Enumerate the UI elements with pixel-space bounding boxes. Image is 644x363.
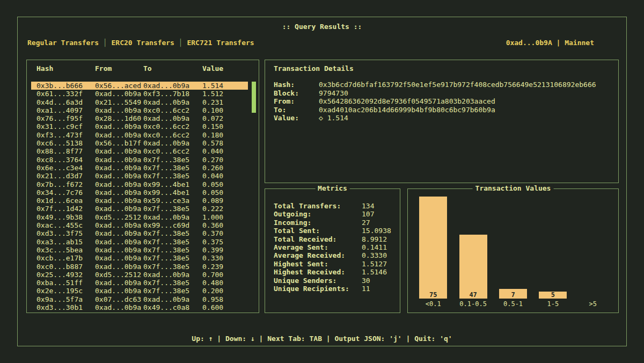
table-row[interactable]: 0xd3...3f750xad...0b9a0x7f...38e50.370 [31, 229, 248, 237]
chart-bar: 7 [499, 289, 527, 299]
table-cell: 0x28...1d60 [95, 114, 143, 122]
details-fields: Hash:0x3b6cd7d6bfaf163792f50e1ef5e917b97… [274, 81, 614, 122]
table-row[interactable]: 0x7f...1d420xad...0b9a0x7f...38e50.222 [31, 205, 248, 213]
bar-area [573, 195, 613, 299]
table-cell: 0xc8...3764 [36, 156, 95, 164]
metric-row: Highest Received:1.5146 [274, 268, 396, 276]
detail-value: 9794730 [319, 89, 348, 97]
chart-bar: 5 [539, 292, 567, 299]
keybind-footer: Up: ↑ | Down: ↓ | Next Tab: TAB | Output… [18, 335, 626, 343]
table-row[interactable]: 0x88...8f770xad...0b9a0xc0...6cc20.040 [31, 147, 248, 155]
metric-value: 0.1411 [362, 243, 387, 251]
table-row[interactable]: 0x4d...6a3d0x21...55490xad...0b9a0.231 [31, 98, 248, 106]
table-cell: 0xad...0b9a [95, 180, 143, 188]
table-row[interactable]: 0xc8...37640xad...0b9a0x7f...38e50.270 [31, 156, 248, 164]
table-cell: 0xad...0b9a [95, 287, 143, 295]
table-cell: 0x9a...5f7a [36, 295, 95, 303]
table-cell: 0.270 [202, 156, 248, 164]
metric-label: Incoming: [274, 219, 362, 227]
table-row[interactable]: 0x2e...195c0xad...0b9a0x7f...38e50.200 [31, 287, 248, 295]
table-cell: 0.100 [202, 106, 248, 114]
table-cell: 0xad...0b9a [95, 303, 143, 311]
table-header: HashFromToValue [31, 64, 248, 72]
table-cell: 0x2e...195c [36, 287, 95, 295]
column-header: Value [202, 64, 248, 72]
detail-label: From: [274, 97, 319, 106]
table-row[interactable]: 0x3b...b6660x56...aced0xad...0b9a1.514 [31, 82, 248, 90]
column-header: From [95, 64, 143, 72]
table-row[interactable]: 0xc6...51380x56...b17f0xad...0b9a0.578 [31, 139, 248, 147]
tab-erc20-transfers[interactable]: ERC20 Transfers [112, 39, 174, 47]
table-row[interactable]: 0xba...51ff0xad...0b9a0x7f...38e50.480 [31, 279, 248, 287]
table-cell: 0xa3...ab15 [36, 238, 95, 246]
table-cell: 0x7f...38e5 [143, 246, 202, 254]
bar-area: 47 [453, 195, 493, 299]
table-row[interactable]: 0x7b...f6720xad...0b9a0x99...4be10.050 [31, 180, 248, 188]
table-row[interactable]: 0xa1...40970xad...0b9a0xc0...6cc20.100 [31, 106, 248, 114]
table-row[interactable]: 0xf3...473f0xad...0b9a0xc0...6cc20.180 [31, 131, 248, 139]
table-row[interactable]: 0x76...f95f0x28...1d600xad...0b9a0.072 [31, 114, 248, 122]
table-cell: 0xad...0b9a [95, 106, 143, 114]
metric-value: 11 [362, 285, 370, 293]
table-row[interactable]: 0xc0...b8870xad...0b9a0x7f...38e50.239 [31, 263, 248, 271]
bar-area: 7 [493, 195, 533, 299]
table-cell: 0xad...0b9a [143, 213, 202, 221]
detail-value: 0x3b6cd7d6bfaf163792f50e1ef5e917b972f408… [319, 81, 596, 89]
chart-panel: Transaction Values 75<0.1470.1-0.570.5-1… [407, 188, 619, 313]
table-row[interactable]: 0x6e...c3e40xad...0b9a0x7f...38e50.260 [31, 164, 248, 172]
metric-value: 107 [362, 210, 374, 218]
table-row[interactable]: 0xcb...e17b0xad...0b9a0x7f...38e50.330 [31, 254, 248, 262]
metric-label: Total Transfers: [274, 202, 362, 210]
table-cell: 0.200 [202, 287, 248, 295]
chart-bar: 75 [419, 197, 447, 299]
table-cell: 0.222 [202, 205, 248, 213]
table-cell: 0x21...d3d7 [36, 172, 95, 180]
table-cell: 0.600 [202, 303, 248, 311]
table-cell: 0x7f...38e5 [143, 263, 202, 271]
tab-erc721-transfers[interactable]: ERC721 Transfers [187, 39, 254, 47]
axis-tick-label: <0.1 [426, 300, 441, 308]
table-row[interactable]: 0xa3...ab150xad...0b9a0x7f...38e50.375 [31, 238, 248, 246]
table-scrollbar[interactable] [252, 82, 256, 308]
table-row[interactable]: 0x31...c9cf0xad...0b9a0xc0...6cc20.150 [31, 122, 248, 130]
table-cell: 0x31...c9cf [36, 122, 95, 130]
tab-bar: Regular Transfers │ ERC20 Transfers │ ER… [27, 39, 254, 47]
table-cell: 0xc0...6cc2 [143, 147, 202, 155]
metric-row: Total Transfers:134 [274, 202, 396, 210]
table-row[interactable]: 0x61...332f0xad...0b9a0xf3...7b181.512 [31, 90, 248, 98]
table-cell: 0.050 [202, 188, 248, 197]
detail-label: Hash: [274, 81, 319, 89]
table-row[interactable]: 0x1d...6cea0xad...0b9a0x59...ce3a0.089 [31, 197, 248, 205]
table-cell: 0xad...0b9a [143, 139, 202, 147]
table-row[interactable]: 0x9a...5f7a0x07...dc630xad...0b9a0.958 [31, 295, 248, 303]
table-cell: 0.330 [202, 254, 248, 262]
metric-row: Total Sent:15.0938 [274, 227, 396, 235]
table-row[interactable]: 0xac...455c0xad...0b9a0x99...c69d0.360 [31, 221, 248, 229]
table-cell: 0xad...0b9a [143, 114, 202, 122]
bar-value-label: 75 [419, 291, 447, 299]
tab-regular-transfers[interactable]: Regular Transfers [27, 39, 99, 47]
table-cell: 0xad...0b9a [95, 229, 143, 237]
metric-value: 15.0938 [362, 227, 391, 235]
table-row[interactable]: 0x3c...5bea0xad...0b9a0x7f...38e50.399 [31, 246, 248, 254]
table-cell: 0.150 [202, 122, 248, 130]
metric-label: Highest Received: [274, 268, 362, 276]
table-cell: 0xad...0b9a [95, 164, 143, 172]
table-cell: 0xad...0b9a [95, 221, 143, 229]
table-row[interactable]: 0x49...9b380xd5...25120xad...0b9a1.000 [31, 213, 248, 221]
table-row[interactable]: 0x21...d3d70xad...0b9a0x7f...38e50.040 [31, 172, 248, 180]
table-cell: 0.480 [202, 279, 248, 287]
bar-value-label: 47 [459, 291, 487, 299]
table-cell: 0xad...0b9a [95, 188, 143, 197]
table-cell: 0x56...aced [95, 82, 143, 90]
table-cell: 0x49...9b38 [36, 213, 95, 221]
table-cell: 0x7f...38e5 [143, 254, 202, 262]
table-rows: 0x3b...b6660x56...aced0xad...0b9a1.5140x… [31, 82, 248, 311]
table-cell: 1.514 [202, 82, 248, 90]
table-cell: 0xad...0b9a [143, 98, 202, 106]
table-row[interactable]: 0x34...7c760xad...0b9a0x99...4be10.050 [31, 188, 248, 197]
table-cell: 0xac...455c [36, 221, 95, 229]
table-row[interactable]: 0x25...49320xd5...25120xad...0b9a0.700 [31, 271, 248, 279]
table-row[interactable]: 0xd3...30b10xad...0b9a0x49...c0a80.600 [31, 303, 248, 311]
scrollbar-thumb[interactable] [252, 82, 256, 113]
